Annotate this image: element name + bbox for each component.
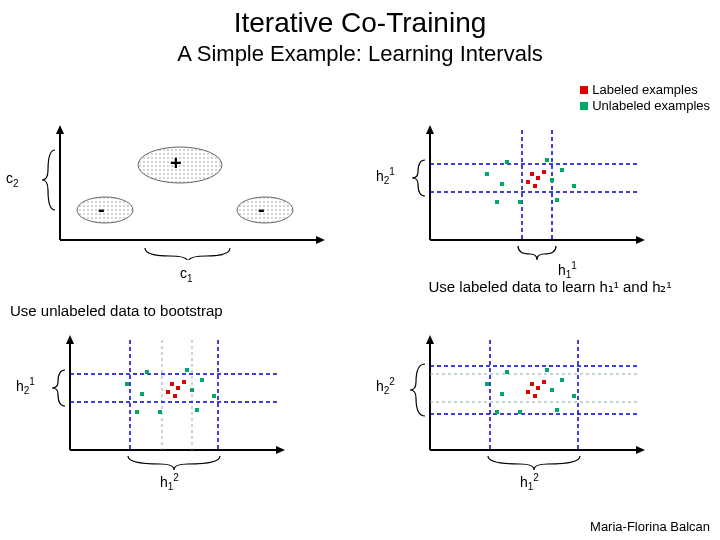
legend-labeled-text: Labeled examples — [592, 82, 698, 98]
p3-y-label: h21 — [16, 376, 35, 396]
svg-rect-53 — [166, 390, 170, 394]
legend-unlabeled: Unlabeled examples — [580, 98, 710, 114]
svg-rect-52 — [176, 386, 180, 390]
svg-rect-71 — [555, 408, 559, 412]
plus-label: + — [170, 152, 182, 175]
svg-marker-2 — [56, 125, 64, 134]
svg-marker-59 — [636, 446, 645, 454]
svg-marker-57 — [426, 335, 434, 344]
svg-rect-24 — [500, 182, 504, 186]
square-icon — [580, 86, 588, 94]
svg-rect-26 — [530, 172, 534, 176]
svg-rect-23 — [545, 158, 549, 162]
svg-rect-68 — [560, 378, 564, 382]
legend-unlabeled-text: Unlabeled examples — [592, 98, 710, 114]
plot-p4 — [400, 330, 650, 470]
svg-rect-16 — [485, 172, 489, 176]
svg-marker-9 — [426, 125, 434, 134]
svg-rect-47 — [158, 410, 162, 414]
svg-rect-18 — [560, 168, 564, 172]
caption-left-mid: Use unlabeled data to bootstrap — [10, 302, 270, 319]
plot-p1 — [30, 120, 330, 260]
svg-rect-70 — [505, 370, 509, 374]
credit: Maria-Florina Balcan — [590, 519, 710, 534]
svg-marker-34 — [276, 446, 285, 454]
svg-rect-45 — [145, 370, 149, 374]
svg-rect-30 — [533, 184, 537, 188]
page-title: Iterative Co-Training — [0, 8, 720, 39]
svg-rect-67 — [495, 410, 499, 414]
svg-rect-49 — [140, 392, 144, 396]
svg-rect-25 — [550, 178, 554, 182]
svg-rect-79 — [542, 380, 546, 384]
svg-rect-55 — [173, 394, 177, 398]
p1-y-label: c2 — [6, 170, 19, 189]
svg-rect-29 — [542, 170, 546, 174]
svg-point-6 — [77, 197, 133, 223]
plot-p3 — [40, 330, 290, 470]
svg-rect-48 — [185, 368, 189, 372]
legend-labeled: Labeled examples — [580, 82, 710, 98]
panel-p2 — [400, 120, 650, 260]
svg-rect-75 — [550, 388, 554, 392]
legend: Labeled examples Unlabeled examples — [580, 82, 710, 115]
p4-x-label: h12 — [520, 472, 539, 492]
svg-rect-72 — [518, 410, 522, 414]
page-subtitle: A Simple Example: Learning Intervals — [0, 41, 720, 67]
svg-marker-32 — [66, 335, 74, 344]
panel-p1: + - - — [30, 120, 330, 260]
svg-marker-4 — [316, 236, 325, 244]
svg-rect-17 — [495, 200, 499, 204]
svg-point-7 — [237, 197, 293, 223]
svg-rect-51 — [170, 382, 174, 386]
p3-x-label: h12 — [160, 472, 179, 492]
svg-rect-73 — [545, 368, 549, 372]
svg-rect-77 — [536, 386, 540, 390]
p1-x-label: c1 — [180, 265, 193, 284]
p2-y-label: h21 — [376, 166, 395, 186]
svg-rect-22 — [518, 200, 522, 204]
svg-rect-50 — [190, 388, 194, 392]
p4-y-label: h22 — [376, 376, 395, 396]
svg-rect-54 — [182, 380, 186, 384]
minus-label-right: - — [258, 198, 265, 221]
svg-rect-27 — [536, 176, 540, 180]
svg-rect-78 — [526, 390, 530, 394]
svg-rect-80 — [533, 394, 537, 398]
panel-p4 — [400, 330, 650, 470]
svg-rect-19 — [572, 184, 576, 188]
svg-rect-20 — [505, 160, 509, 164]
svg-rect-44 — [212, 394, 216, 398]
svg-rect-69 — [572, 394, 576, 398]
svg-rect-66 — [485, 382, 489, 386]
plot-p2 — [400, 120, 650, 260]
svg-rect-28 — [526, 180, 530, 184]
svg-rect-74 — [500, 392, 504, 396]
square-icon — [580, 102, 588, 110]
svg-marker-11 — [636, 236, 645, 244]
svg-rect-76 — [530, 382, 534, 386]
svg-rect-43 — [200, 378, 204, 382]
svg-rect-41 — [125, 382, 129, 386]
svg-rect-42 — [135, 410, 139, 414]
svg-rect-46 — [195, 408, 199, 412]
caption-right-top: Use labeled data to learn h₁¹ and h₂¹ — [400, 278, 700, 296]
svg-rect-21 — [555, 198, 559, 202]
minus-label-left: - — [98, 198, 105, 221]
panel-p3 — [40, 330, 290, 470]
